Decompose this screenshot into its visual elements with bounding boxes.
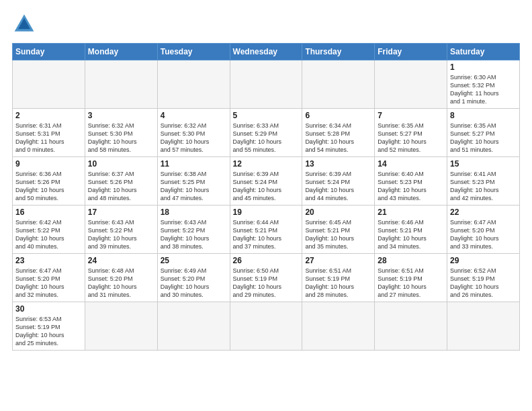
calendar-cell-2-5: 14Sunrise: 6:40 AM Sunset: 5:23 PM Dayli…	[375, 157, 447, 205]
calendar-cell-2-3: 12Sunrise: 6:39 AM Sunset: 5:24 PM Dayli…	[230, 157, 302, 205]
day-number: 2	[15, 111, 82, 120]
calendar: SundayMondayTuesdayWednesdayThursdayFrid…	[12, 43, 520, 351]
calendar-cell-2-1: 10Sunrise: 6:37 AM Sunset: 5:26 PM Dayli…	[85, 157, 157, 205]
day-number: 19	[233, 208, 300, 217]
day-info: Sunrise: 6:52 AM Sunset: 5:19 PM Dayligh…	[450, 267, 517, 300]
day-info: Sunrise: 6:48 AM Sunset: 5:20 PM Dayligh…	[88, 267, 154, 300]
day-number: 24	[88, 256, 154, 265]
day-number: 7	[378, 111, 444, 120]
day-info: Sunrise: 6:36 AM Sunset: 5:26 PM Dayligh…	[15, 170, 82, 203]
day-info: Sunrise: 6:47 AM Sunset: 5:20 PM Dayligh…	[450, 218, 517, 251]
calendar-cell-2-4: 13Sunrise: 6:39 AM Sunset: 5:24 PM Dayli…	[302, 157, 375, 205]
day-info: Sunrise: 6:32 AM Sunset: 5:30 PM Dayligh…	[161, 122, 227, 154]
calendar-cell-5-0: 30Sunrise: 6:53 AM Sunset: 5:19 PM Dayli…	[13, 302, 85, 351]
day-info: Sunrise: 6:38 AM Sunset: 5:25 PM Dayligh…	[161, 170, 227, 203]
day-number: 3	[88, 111, 154, 120]
day-number: 21	[378, 208, 444, 217]
calendar-cell-5-5	[375, 302, 447, 351]
day-number: 17	[88, 208, 154, 217]
calendar-cell-5-3	[230, 302, 302, 351]
logo	[12, 12, 39, 36]
week-row-5: 30Sunrise: 6:53 AM Sunset: 5:19 PM Dayli…	[13, 302, 520, 351]
week-row-4: 23Sunrise: 6:47 AM Sunset: 5:20 PM Dayli…	[13, 254, 520, 302]
day-number: 30	[15, 304, 82, 314]
day-number: 23	[15, 256, 82, 265]
day-info: Sunrise: 6:49 AM Sunset: 5:20 PM Dayligh…	[161, 267, 227, 300]
calendar-cell-5-2	[157, 302, 230, 351]
weekday-header-wednesday: Wednesday	[230, 44, 302, 60]
calendar-cell-4-2: 25Sunrise: 6:49 AM Sunset: 5:20 PM Dayli…	[157, 254, 230, 302]
day-number: 11	[161, 159, 227, 169]
page: SundayMondayTuesdayWednesdayThursdayFrid…	[0, 0, 532, 411]
weekday-header-tuesday: Tuesday	[157, 44, 230, 60]
calendar-cell-5-6	[447, 302, 520, 351]
day-number: 8	[450, 111, 517, 120]
calendar-cell-3-0: 16Sunrise: 6:42 AM Sunset: 5:22 PM Dayli…	[13, 205, 85, 254]
calendar-cell-3-1: 17Sunrise: 6:43 AM Sunset: 5:22 PM Dayli…	[85, 205, 157, 254]
week-row-3: 16Sunrise: 6:42 AM Sunset: 5:22 PM Dayli…	[13, 205, 520, 254]
calendar-cell-4-5: 28Sunrise: 6:51 AM Sunset: 5:19 PM Dayli…	[375, 254, 447, 302]
day-number: 27	[305, 256, 371, 265]
day-number: 29	[450, 256, 517, 265]
weekday-header-monday: Monday	[85, 44, 157, 60]
week-row-1: 2Sunrise: 6:31 AM Sunset: 5:31 PM Daylig…	[13, 109, 520, 157]
day-number: 28	[378, 256, 444, 265]
day-info: Sunrise: 6:41 AM Sunset: 5:23 PM Dayligh…	[450, 170, 517, 203]
calendar-cell-1-0: 2Sunrise: 6:31 AM Sunset: 5:31 PM Daylig…	[13, 109, 85, 157]
calendar-cell-1-5: 7Sunrise: 6:35 AM Sunset: 5:27 PM Daylig…	[375, 109, 447, 157]
week-row-2: 9Sunrise: 6:36 AM Sunset: 5:26 PM Daylig…	[13, 157, 520, 205]
day-info: Sunrise: 6:43 AM Sunset: 5:22 PM Dayligh…	[88, 218, 154, 251]
day-info: Sunrise: 6:31 AM Sunset: 5:31 PM Dayligh…	[15, 122, 82, 154]
weekday-header-row: SundayMondayTuesdayWednesdayThursdayFrid…	[13, 44, 520, 60]
calendar-cell-3-6: 22Sunrise: 6:47 AM Sunset: 5:20 PM Dayli…	[447, 205, 520, 254]
calendar-cell-2-6: 15Sunrise: 6:41 AM Sunset: 5:23 PM Dayli…	[447, 157, 520, 205]
weekday-header-sunday: Sunday	[13, 44, 85, 60]
calendar-cell-3-5: 21Sunrise: 6:46 AM Sunset: 5:21 PM Dayli…	[375, 205, 447, 254]
day-number: 10	[88, 159, 154, 169]
day-number: 25	[161, 256, 227, 265]
day-info: Sunrise: 6:33 AM Sunset: 5:29 PM Dayligh…	[233, 122, 300, 154]
calendar-cell-3-4: 20Sunrise: 6:45 AM Sunset: 5:21 PM Dayli…	[302, 205, 375, 254]
day-info: Sunrise: 6:35 AM Sunset: 5:27 PM Dayligh…	[450, 122, 517, 154]
day-info: Sunrise: 6:30 AM Sunset: 5:32 PM Dayligh…	[450, 73, 517, 106]
calendar-cell-5-1	[85, 302, 157, 351]
day-info: Sunrise: 6:43 AM Sunset: 5:22 PM Dayligh…	[161, 218, 227, 251]
calendar-cell-2-0: 9Sunrise: 6:36 AM Sunset: 5:26 PM Daylig…	[13, 157, 85, 205]
calendar-cell-1-3: 5Sunrise: 6:33 AM Sunset: 5:29 PM Daylig…	[230, 109, 302, 157]
weekday-header-thursday: Thursday	[302, 44, 375, 60]
calendar-cell-0-0	[13, 60, 85, 109]
day-number: 20	[305, 208, 371, 217]
day-number: 15	[450, 159, 517, 169]
calendar-cell-1-2: 4Sunrise: 6:32 AM Sunset: 5:30 PM Daylig…	[157, 109, 230, 157]
calendar-cell-0-4	[302, 60, 375, 109]
day-number: 6	[305, 111, 371, 120]
day-number: 16	[15, 208, 82, 217]
day-number: 26	[233, 256, 300, 265]
day-info: Sunrise: 6:44 AM Sunset: 5:21 PM Dayligh…	[233, 218, 300, 251]
calendar-cell-0-1	[85, 60, 157, 109]
weekday-header-friday: Friday	[375, 44, 447, 60]
calendar-cell-3-3: 19Sunrise: 6:44 AM Sunset: 5:21 PM Dayli…	[230, 205, 302, 254]
calendar-cell-5-4	[302, 302, 375, 351]
day-info: Sunrise: 6:37 AM Sunset: 5:26 PM Dayligh…	[88, 170, 154, 203]
day-info: Sunrise: 6:42 AM Sunset: 5:22 PM Dayligh…	[15, 218, 82, 251]
calendar-cell-1-1: 3Sunrise: 6:32 AM Sunset: 5:30 PM Daylig…	[85, 109, 157, 157]
day-info: Sunrise: 6:45 AM Sunset: 5:21 PM Dayligh…	[305, 218, 371, 251]
day-number: 13	[305, 159, 371, 169]
day-number: 18	[161, 208, 227, 217]
day-number: 1	[450, 62, 517, 72]
day-info: Sunrise: 6:40 AM Sunset: 5:23 PM Dayligh…	[378, 170, 444, 203]
calendar-cell-0-2	[157, 60, 230, 109]
day-number: 22	[450, 208, 517, 217]
weekday-header-saturday: Saturday	[447, 44, 520, 60]
week-row-0: 1Sunrise: 6:30 AM Sunset: 5:32 PM Daylig…	[13, 60, 520, 109]
day-info: Sunrise: 6:50 AM Sunset: 5:19 PM Dayligh…	[233, 267, 300, 300]
day-number: 14	[378, 159, 444, 169]
day-info: Sunrise: 6:51 AM Sunset: 5:19 PM Dayligh…	[378, 267, 444, 300]
day-info: Sunrise: 6:35 AM Sunset: 5:27 PM Dayligh…	[378, 122, 444, 154]
header	[12, 12, 520, 36]
logo-icon	[12, 12, 36, 36]
calendar-cell-2-2: 11Sunrise: 6:38 AM Sunset: 5:25 PM Dayli…	[157, 157, 230, 205]
day-info: Sunrise: 6:53 AM Sunset: 5:19 PM Dayligh…	[15, 315, 82, 348]
day-info: Sunrise: 6:39 AM Sunset: 5:24 PM Dayligh…	[233, 170, 300, 203]
